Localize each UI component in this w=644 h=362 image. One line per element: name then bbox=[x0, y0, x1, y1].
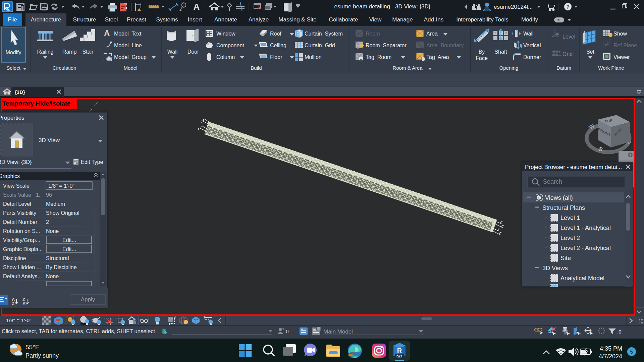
svg-text:Analytical Model: Analytical Model bbox=[560, 275, 604, 282]
svg-text:View Scale: View Scale bbox=[3, 183, 30, 189]
svg-text:Default Analys...: Default Analys... bbox=[3, 274, 42, 279]
svg-text:Model Line: Model Line bbox=[114, 43, 142, 48]
svg-text:None: None bbox=[46, 228, 59, 234]
svg-text:1/8" = 1'-0": 1/8" = 1'-0" bbox=[48, 183, 74, 189]
svg-text:Parts Visibility: Parts Visibility bbox=[3, 210, 36, 216]
svg-text:Shaft: Shaft bbox=[494, 49, 507, 55]
svg-text:Discipline: Discipline bbox=[3, 255, 26, 261]
svg-text:Curtain Grid: Curtain Grid bbox=[305, 43, 335, 48]
svg-text:Wall: Wall bbox=[167, 49, 178, 55]
svg-text:4:35 PM: 4:35 PM bbox=[600, 345, 622, 352]
svg-text:Properties: Properties bbox=[0, 115, 24, 121]
svg-text:55°F: 55°F bbox=[25, 344, 39, 351]
svg-text:4/7/2024: 4/7/2024 bbox=[599, 353, 622, 360]
svg-text:Tag Room: Tag Room bbox=[366, 54, 391, 60]
svg-text:Area: Area bbox=[426, 31, 438, 37]
svg-text:1: 1 bbox=[183, 3, 185, 7]
svg-text:Model Group: Model Group bbox=[114, 54, 147, 60]
svg-text:5: 5 bbox=[630, 349, 633, 355]
svg-text:R: R bbox=[397, 347, 402, 354]
svg-text:Circulation: Circulation bbox=[53, 65, 76, 71]
svg-text:Structural Plans: Structural Plans bbox=[542, 204, 585, 211]
svg-text:Dormer: Dormer bbox=[523, 54, 541, 60]
svg-text:Ramp: Ramp bbox=[62, 49, 77, 55]
svg-text:-1: -1 bbox=[553, 30, 556, 34]
svg-text:RVT: RVT bbox=[396, 354, 402, 357]
svg-text:Apply: Apply bbox=[81, 296, 95, 303]
svg-text:3D View: 3D View bbox=[39, 137, 60, 143]
svg-text:A: A bbox=[194, 2, 200, 12]
svg-text:Component: Component bbox=[216, 43, 244, 48]
svg-text:Set: Set bbox=[586, 49, 595, 55]
svg-text:?: ? bbox=[566, 4, 570, 10]
svg-text:96: 96 bbox=[46, 192, 52, 198]
svg-text:Roof: Roof bbox=[270, 31, 281, 37]
svg-text:Main Model: Main Model bbox=[323, 328, 353, 335]
svg-text:Viewer: Viewer bbox=[613, 54, 630, 60]
svg-text:Detail Level: Detail Level bbox=[3, 201, 31, 207]
svg-text:Graphics: Graphics bbox=[0, 173, 20, 179]
svg-text:esume beam detailing - 3D View: esume beam detailing - 3D View: {3D} bbox=[334, 3, 431, 10]
svg-text:Stair: Stair bbox=[83, 49, 94, 55]
svg-text:Z: Z bbox=[12, 301, 14, 306]
svg-text:Level 1 - Analytical: Level 1 - Analytical bbox=[560, 225, 611, 231]
svg-text:Graphic Displa...: Graphic Displa... bbox=[3, 246, 43, 252]
svg-text:A: A bbox=[104, 28, 110, 38]
svg-text:Edit Type: Edit Type bbox=[81, 159, 103, 165]
svg-text:Model Text: Model Text bbox=[114, 31, 142, 37]
svg-text:Level 2: Level 2 bbox=[560, 235, 580, 241]
svg-text:Show Hidden ...: Show Hidden ... bbox=[3, 264, 41, 270]
svg-text:Tag Area: Tag Area bbox=[426, 54, 449, 60]
svg-text:Room Separator: Room Separator bbox=[366, 43, 407, 48]
svg-text:Wall: Wall bbox=[523, 31, 534, 37]
svg-text:Edit...: Edit... bbox=[62, 237, 76, 243]
svg-text:1/8" = 1'-0": 1/8" = 1'-0" bbox=[6, 317, 32, 323]
svg-text:Ceiling: Ceiling bbox=[270, 43, 286, 48]
svg-text:Door: Door bbox=[187, 49, 199, 55]
svg-text:2: 2 bbox=[46, 219, 49, 225]
svg-text:Search: Search bbox=[543, 178, 562, 185]
svg-text:Modify: Modify bbox=[5, 50, 21, 55]
svg-text:1:: 1: bbox=[36, 192, 40, 198]
svg-text:Medium: Medium bbox=[46, 201, 65, 207]
svg-text:Structural: Structural bbox=[46, 255, 69, 261]
svg-text:Floor: Floor bbox=[270, 54, 282, 60]
svg-text:Level 2 - Analytical: Level 2 - Analytical bbox=[560, 245, 611, 251]
svg-text:Curtain System: Curtain System bbox=[305, 31, 343, 37]
svg-text:Scale Value: Scale Value bbox=[3, 192, 31, 198]
svg-text:By Discipline: By Discipline bbox=[46, 264, 77, 270]
svg-text:Room: Room bbox=[366, 31, 380, 37]
svg-text::0: :0 bbox=[284, 328, 289, 334]
svg-text:Show Original: Show Original bbox=[46, 210, 79, 216]
svg-text:Show: Show bbox=[613, 31, 627, 37]
svg-text:Face: Face bbox=[476, 55, 488, 61]
svg-text:Level: Level bbox=[562, 34, 575, 40]
svg-text:Detail Number: Detail Number bbox=[3, 219, 38, 225]
svg-text:Work Plane: Work Plane bbox=[598, 65, 624, 71]
svg-text:Views (all): Views (all) bbox=[545, 194, 573, 201]
svg-text:A: A bbox=[22, 301, 26, 306]
svg-text:Opening: Opening bbox=[499, 65, 519, 71]
svg-text:Vertical: Vertical bbox=[523, 43, 541, 48]
svg-text:By: By bbox=[479, 49, 485, 55]
svg-text:Project Browser - esume beam d: Project Browser - esume beam detai... bbox=[525, 164, 622, 170]
svg-text:Window: Window bbox=[216, 31, 235, 37]
svg-text:Mullion: Mullion bbox=[305, 54, 322, 60]
svg-text:Room & Area: Room & Area bbox=[392, 65, 423, 71]
svg-text:Partly sunny: Partly sunny bbox=[25, 352, 59, 359]
svg-text:Column: Column bbox=[216, 54, 235, 60]
svg-text:Railing: Railing bbox=[37, 49, 54, 55]
svg-text:3D Views: 3D Views bbox=[542, 265, 568, 272]
svg-text:esume20124l...: esume20124l... bbox=[494, 4, 533, 10]
svg-text:Level 1: Level 1 bbox=[560, 215, 580, 221]
svg-text:Rotation on S...: Rotation on S... bbox=[3, 228, 40, 234]
svg-text:3D View: {3D}: 3D View: {3D} bbox=[0, 159, 32, 165]
svg-text:None: None bbox=[46, 274, 59, 279]
svg-text:Build: Build bbox=[251, 65, 262, 71]
svg-text:{3D}: {3D} bbox=[15, 89, 25, 95]
svg-text:Ref Plane: Ref Plane bbox=[613, 43, 637, 48]
svg-text:Area Boundary: Area Boundary bbox=[426, 43, 464, 48]
svg-text::0: :0 bbox=[617, 329, 622, 335]
svg-text:Click to select, TAB for alter: Click to select, TAB for alternates, CTR… bbox=[2, 328, 155, 334]
svg-text:Datum: Datum bbox=[556, 65, 571, 71]
